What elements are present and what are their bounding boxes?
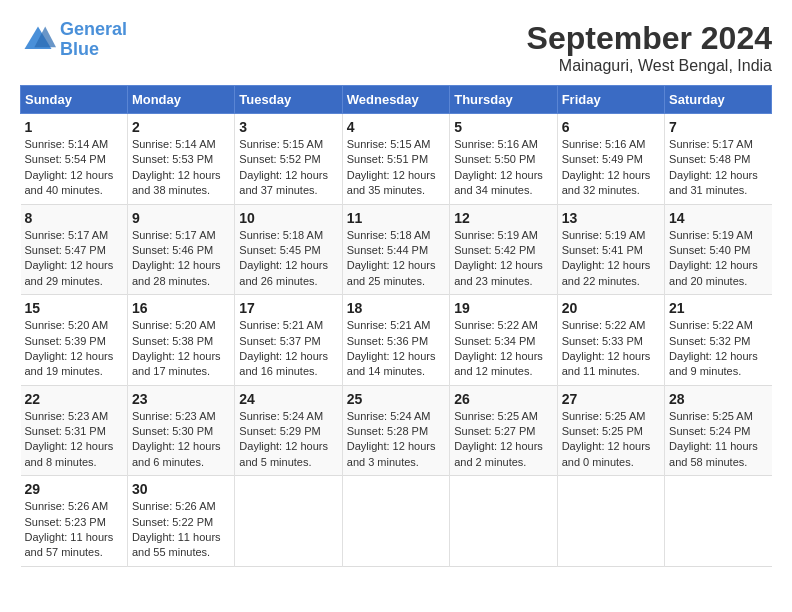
day-number: 19 (454, 300, 552, 316)
day-cell: 12Sunrise: 5:19 AM Sunset: 5:42 PM Dayli… (450, 204, 557, 295)
logo-icon (20, 22, 56, 58)
day-cell: 26Sunrise: 5:25 AM Sunset: 5:27 PM Dayli… (450, 385, 557, 476)
day-cell: 8Sunrise: 5:17 AM Sunset: 5:47 PM Daylig… (21, 204, 128, 295)
day-cell: 24Sunrise: 5:24 AM Sunset: 5:29 PM Dayli… (235, 385, 342, 476)
day-cell: 28Sunrise: 5:25 AM Sunset: 5:24 PM Dayli… (665, 385, 772, 476)
day-info: Sunrise: 5:26 AM Sunset: 5:23 PM Dayligh… (25, 499, 123, 561)
day-cell: 9Sunrise: 5:17 AM Sunset: 5:46 PM Daylig… (127, 204, 234, 295)
day-cell: 14Sunrise: 5:19 AM Sunset: 5:40 PM Dayli… (665, 204, 772, 295)
week-row-3: 15Sunrise: 5:20 AM Sunset: 5:39 PM Dayli… (21, 295, 772, 386)
week-row-2: 8Sunrise: 5:17 AM Sunset: 5:47 PM Daylig… (21, 204, 772, 295)
day-number: 12 (454, 210, 552, 226)
day-info: Sunrise: 5:22 AM Sunset: 5:33 PM Dayligh… (562, 318, 660, 380)
day-number: 7 (669, 119, 767, 135)
day-cell: 20Sunrise: 5:22 AM Sunset: 5:33 PM Dayli… (557, 295, 664, 386)
day-info: Sunrise: 5:23 AM Sunset: 5:30 PM Dayligh… (132, 409, 230, 471)
day-info: Sunrise: 5:24 AM Sunset: 5:28 PM Dayligh… (347, 409, 445, 471)
day-number: 10 (239, 210, 337, 226)
day-info: Sunrise: 5:25 AM Sunset: 5:24 PM Dayligh… (669, 409, 767, 471)
day-info: Sunrise: 5:20 AM Sunset: 5:38 PM Dayligh… (132, 318, 230, 380)
day-info: Sunrise: 5:25 AM Sunset: 5:27 PM Dayligh… (454, 409, 552, 471)
day-number: 18 (347, 300, 445, 316)
col-tuesday: Tuesday (235, 86, 342, 114)
day-info: Sunrise: 5:15 AM Sunset: 5:52 PM Dayligh… (239, 137, 337, 199)
day-cell: 19Sunrise: 5:22 AM Sunset: 5:34 PM Dayli… (450, 295, 557, 386)
col-monday: Monday (127, 86, 234, 114)
day-number: 24 (239, 391, 337, 407)
logo: General Blue (20, 20, 127, 60)
day-number: 4 (347, 119, 445, 135)
day-number: 20 (562, 300, 660, 316)
day-cell (342, 476, 449, 567)
day-cell (557, 476, 664, 567)
day-number: 29 (25, 481, 123, 497)
day-number: 30 (132, 481, 230, 497)
day-info: Sunrise: 5:19 AM Sunset: 5:42 PM Dayligh… (454, 228, 552, 290)
day-cell: 2Sunrise: 5:14 AM Sunset: 5:53 PM Daylig… (127, 114, 234, 205)
col-thursday: Thursday (450, 86, 557, 114)
day-number: 9 (132, 210, 230, 226)
page-title: September 2024 (527, 20, 772, 57)
day-cell (665, 476, 772, 567)
day-cell: 23Sunrise: 5:23 AM Sunset: 5:30 PM Dayli… (127, 385, 234, 476)
day-info: Sunrise: 5:25 AM Sunset: 5:25 PM Dayligh… (562, 409, 660, 471)
header-row: Sunday Monday Tuesday Wednesday Thursday… (21, 86, 772, 114)
col-wednesday: Wednesday (342, 86, 449, 114)
day-number: 17 (239, 300, 337, 316)
day-info: Sunrise: 5:21 AM Sunset: 5:37 PM Dayligh… (239, 318, 337, 380)
day-number: 21 (669, 300, 767, 316)
day-info: Sunrise: 5:16 AM Sunset: 5:49 PM Dayligh… (562, 137, 660, 199)
calendar-table: Sunday Monday Tuesday Wednesday Thursday… (20, 85, 772, 567)
day-cell: 16Sunrise: 5:20 AM Sunset: 5:38 PM Dayli… (127, 295, 234, 386)
day-number: 13 (562, 210, 660, 226)
title-block: September 2024 Mainaguri, West Bengal, I… (527, 20, 772, 75)
day-cell: 18Sunrise: 5:21 AM Sunset: 5:36 PM Dayli… (342, 295, 449, 386)
day-cell: 11Sunrise: 5:18 AM Sunset: 5:44 PM Dayli… (342, 204, 449, 295)
day-number: 3 (239, 119, 337, 135)
day-info: Sunrise: 5:19 AM Sunset: 5:41 PM Dayligh… (562, 228, 660, 290)
day-info: Sunrise: 5:23 AM Sunset: 5:31 PM Dayligh… (25, 409, 123, 471)
day-cell: 17Sunrise: 5:21 AM Sunset: 5:37 PM Dayli… (235, 295, 342, 386)
day-info: Sunrise: 5:18 AM Sunset: 5:45 PM Dayligh… (239, 228, 337, 290)
day-cell: 27Sunrise: 5:25 AM Sunset: 5:25 PM Dayli… (557, 385, 664, 476)
day-number: 22 (25, 391, 123, 407)
day-cell: 6Sunrise: 5:16 AM Sunset: 5:49 PM Daylig… (557, 114, 664, 205)
day-number: 15 (25, 300, 123, 316)
page-header: General Blue September 2024 Mainaguri, W… (20, 20, 772, 75)
day-info: Sunrise: 5:15 AM Sunset: 5:51 PM Dayligh… (347, 137, 445, 199)
day-info: Sunrise: 5:16 AM Sunset: 5:50 PM Dayligh… (454, 137, 552, 199)
day-info: Sunrise: 5:14 AM Sunset: 5:54 PM Dayligh… (25, 137, 123, 199)
week-row-5: 29Sunrise: 5:26 AM Sunset: 5:23 PM Dayli… (21, 476, 772, 567)
col-friday: Friday (557, 86, 664, 114)
day-number: 5 (454, 119, 552, 135)
day-cell: 7Sunrise: 5:17 AM Sunset: 5:48 PM Daylig… (665, 114, 772, 205)
day-cell: 5Sunrise: 5:16 AM Sunset: 5:50 PM Daylig… (450, 114, 557, 205)
day-cell: 15Sunrise: 5:20 AM Sunset: 5:39 PM Dayli… (21, 295, 128, 386)
day-info: Sunrise: 5:22 AM Sunset: 5:32 PM Dayligh… (669, 318, 767, 380)
day-cell: 3Sunrise: 5:15 AM Sunset: 5:52 PM Daylig… (235, 114, 342, 205)
day-cell: 22Sunrise: 5:23 AM Sunset: 5:31 PM Dayli… (21, 385, 128, 476)
day-info: Sunrise: 5:21 AM Sunset: 5:36 PM Dayligh… (347, 318, 445, 380)
day-cell (235, 476, 342, 567)
day-cell: 4Sunrise: 5:15 AM Sunset: 5:51 PM Daylig… (342, 114, 449, 205)
logo-text: General Blue (60, 20, 127, 60)
day-info: Sunrise: 5:14 AM Sunset: 5:53 PM Dayligh… (132, 137, 230, 199)
day-info: Sunrise: 5:17 AM Sunset: 5:48 PM Dayligh… (669, 137, 767, 199)
day-number: 2 (132, 119, 230, 135)
day-number: 25 (347, 391, 445, 407)
col-saturday: Saturday (665, 86, 772, 114)
day-info: Sunrise: 5:19 AM Sunset: 5:40 PM Dayligh… (669, 228, 767, 290)
day-cell: 30Sunrise: 5:26 AM Sunset: 5:22 PM Dayli… (127, 476, 234, 567)
day-info: Sunrise: 5:17 AM Sunset: 5:46 PM Dayligh… (132, 228, 230, 290)
day-number: 1 (25, 119, 123, 135)
day-cell: 13Sunrise: 5:19 AM Sunset: 5:41 PM Dayli… (557, 204, 664, 295)
day-cell: 29Sunrise: 5:26 AM Sunset: 5:23 PM Dayli… (21, 476, 128, 567)
day-cell: 10Sunrise: 5:18 AM Sunset: 5:45 PM Dayli… (235, 204, 342, 295)
day-number: 14 (669, 210, 767, 226)
day-info: Sunrise: 5:18 AM Sunset: 5:44 PM Dayligh… (347, 228, 445, 290)
day-number: 6 (562, 119, 660, 135)
day-number: 28 (669, 391, 767, 407)
day-number: 27 (562, 391, 660, 407)
day-info: Sunrise: 5:22 AM Sunset: 5:34 PM Dayligh… (454, 318, 552, 380)
day-info: Sunrise: 5:26 AM Sunset: 5:22 PM Dayligh… (132, 499, 230, 561)
